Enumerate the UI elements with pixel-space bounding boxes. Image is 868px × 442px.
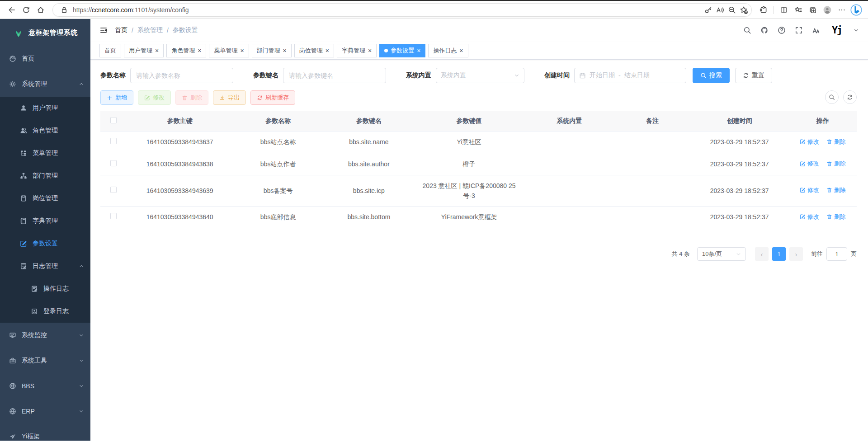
edit-icon bbox=[800, 139, 806, 145]
refresh-table-button[interactable] bbox=[843, 90, 857, 104]
toolbar-button-刷新缓存[interactable]: 刷新缓存 bbox=[250, 90, 295, 105]
sidebar-item-config[interactable]: 参数设置 bbox=[0, 232, 90, 255]
tab-参数设置[interactable]: 参数设置× bbox=[379, 44, 425, 57]
close-icon[interactable]: × bbox=[240, 47, 244, 54]
builtin-select[interactable]: 系统内置 bbox=[436, 68, 524, 83]
toolbar-button-新增[interactable]: 新增 bbox=[100, 90, 133, 105]
sidebar-item-label: 用户管理 bbox=[33, 104, 58, 112]
github-icon[interactable] bbox=[760, 26, 769, 34]
sidebar-item-home[interactable]: 首页 bbox=[0, 46, 90, 71]
sidebar-item-role[interactable]: 角色管理 bbox=[0, 119, 90, 142]
user-icon bbox=[20, 104, 27, 112]
back-icon[interactable] bbox=[5, 3, 19, 17]
close-icon[interactable]: × bbox=[198, 47, 201, 54]
row-checkbox[interactable] bbox=[110, 138, 117, 144]
sidebar-item-post[interactable]: 岗位管理 bbox=[0, 187, 90, 210]
tab-首页[interactable]: 首页 bbox=[99, 44, 121, 57]
next-page-button[interactable]: › bbox=[789, 247, 803, 261]
zoom-out-icon[interactable] bbox=[726, 4, 738, 16]
font-size-icon[interactable] bbox=[812, 26, 820, 34]
user-avatar[interactable]: Yj bbox=[829, 24, 844, 37]
bing-chat-icon[interactable] bbox=[849, 3, 863, 17]
sidebar-item-label: 日志管理 bbox=[33, 262, 58, 270]
reset-button[interactable]: 重置 bbox=[735, 68, 772, 83]
app-logo[interactable]: 意框架管理系统 bbox=[0, 19, 90, 46]
tab-部门管理[interactable]: 部门管理× bbox=[252, 44, 292, 57]
sidebar-item-yiframe[interactable]: Yi框架 bbox=[0, 424, 90, 441]
tab-字典管理[interactable]: 字典管理× bbox=[337, 44, 377, 57]
header-search-icon[interactable] bbox=[743, 26, 751, 34]
close-icon[interactable]: × bbox=[417, 47, 420, 54]
tab-操作日志[interactable]: 操作日志× bbox=[428, 44, 468, 57]
favorites-bar-icon[interactable] bbox=[791, 3, 806, 17]
sidebar-item-tool[interactable]: 系统工具 bbox=[0, 348, 90, 373]
sidebar-item-erp[interactable]: ERP bbox=[0, 399, 90, 424]
split-screen-icon[interactable] bbox=[777, 3, 791, 17]
row-delete-link[interactable]: 删除 bbox=[826, 159, 846, 169]
lock-icon[interactable] bbox=[58, 4, 70, 16]
date-range-picker[interactable]: 开始日期 - 结束日期 bbox=[574, 68, 686, 83]
sidebar-item-system[interactable]: 系统管理 bbox=[0, 71, 90, 97]
sidebar-item-label: BBS bbox=[22, 382, 34, 390]
toolbar-button-导出[interactable]: 导出 bbox=[213, 90, 246, 105]
sidebar-item-bbs[interactable]: BBS bbox=[0, 373, 90, 399]
close-icon[interactable]: × bbox=[155, 47, 159, 54]
row-edit-link[interactable]: 修改 bbox=[800, 159, 819, 169]
browser-profile-avatar[interactable] bbox=[820, 3, 835, 17]
row-delete-link[interactable]: 删除 bbox=[826, 212, 846, 222]
sidebar-item-log[interactable]: 日志管理 bbox=[0, 255, 90, 277]
fullscreen-icon[interactable] bbox=[795, 26, 803, 34]
row-checkbox[interactable] bbox=[110, 187, 117, 193]
tab-用户管理[interactable]: 用户管理× bbox=[124, 44, 164, 57]
sidebar-item-loginlog[interactable]: 登录日志 bbox=[0, 300, 90, 323]
param-key-input[interactable] bbox=[283, 68, 386, 83]
sidebar-collapse-icon[interactable] bbox=[99, 26, 108, 34]
row-edit-link[interactable]: 修改 bbox=[800, 137, 819, 147]
favorite-add-icon[interactable] bbox=[738, 4, 750, 16]
home-icon[interactable] bbox=[33, 3, 48, 17]
toggle-search-button[interactable] bbox=[825, 90, 839, 104]
row-edit-link[interactable]: 修改 bbox=[800, 212, 819, 222]
read-aloud-icon[interactable] bbox=[714, 4, 726, 16]
row-edit-link[interactable]: 修改 bbox=[800, 185, 819, 195]
row-checkbox[interactable] bbox=[110, 213, 117, 219]
page-1-button[interactable]: 1 bbox=[772, 247, 786, 261]
close-icon[interactable]: × bbox=[368, 47, 372, 54]
sidebar-item-monitor[interactable]: 系统监控 bbox=[0, 323, 90, 348]
close-icon[interactable]: × bbox=[326, 47, 329, 54]
sidebar-item-dept[interactable]: 部门管理 bbox=[0, 165, 90, 187]
row-checkbox[interactable] bbox=[110, 160, 117, 166]
collections-icon[interactable] bbox=[806, 3, 820, 17]
row-delete-link[interactable]: 删除 bbox=[826, 185, 846, 195]
page-size-select[interactable]: 10条/页 bbox=[697, 247, 746, 261]
tab-角色管理[interactable]: 角色管理× bbox=[166, 44, 206, 57]
close-icon[interactable]: × bbox=[459, 47, 463, 54]
help-icon[interactable] bbox=[778, 26, 786, 34]
close-icon[interactable]: × bbox=[283, 47, 287, 54]
row-delete-link[interactable]: 删除 bbox=[826, 137, 846, 147]
goto-page-input[interactable] bbox=[826, 247, 847, 261]
cell-config-id: 1641030593384943639 bbox=[127, 175, 233, 206]
sidebar-item-menu[interactable]: 菜单管理 bbox=[0, 142, 90, 165]
sidebar-item-dict[interactable]: 字典管理 bbox=[0, 210, 90, 232]
toolbar-button-删除: 删除 bbox=[175, 90, 208, 105]
param-name-input[interactable] bbox=[130, 68, 233, 83]
sidebar-item-operlog[interactable]: 操作日志 bbox=[0, 277, 90, 300]
column-header: 操作 bbox=[788, 111, 857, 131]
select-all-checkbox[interactable] bbox=[110, 117, 117, 123]
address-bar[interactable]: https://ccnetcore.com:1101/system/config bbox=[52, 3, 752, 17]
prev-page-button[interactable]: ‹ bbox=[755, 247, 769, 261]
password-key-icon[interactable] bbox=[703, 4, 714, 16]
breadcrumb-item[interactable]: 首页 bbox=[115, 26, 127, 34]
sidebar-item-user[interactable]: 用户管理 bbox=[0, 97, 90, 119]
chevron-down-icon[interactable] bbox=[854, 28, 859, 33]
refresh-icon[interactable] bbox=[19, 3, 33, 17]
cell-config-value: 2023 意社区 | 赣ICP备200080 25号-3 bbox=[414, 175, 524, 206]
tab-菜单管理[interactable]: 菜单管理× bbox=[209, 44, 249, 57]
extensions-icon[interactable] bbox=[756, 3, 771, 17]
browser-more-icon[interactable] bbox=[835, 3, 849, 17]
tab-岗位管理[interactable]: 岗位管理× bbox=[294, 44, 334, 57]
sidebar-item-label: 参数设置 bbox=[33, 240, 58, 248]
cell-actions: 修改删除 bbox=[788, 175, 857, 206]
search-button[interactable]: 搜索 bbox=[693, 68, 730, 83]
